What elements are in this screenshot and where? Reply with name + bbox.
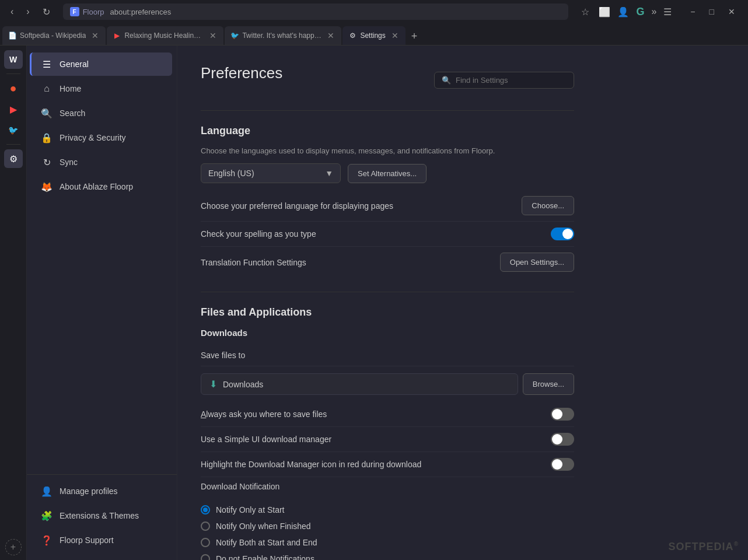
titlebar-controls: ‹ › ↻ (7, 4, 54, 20)
sidebar-item-twitter[interactable]: 🐦 (4, 121, 23, 139)
open-translation-settings-button[interactable]: Open Settings... (500, 253, 574, 272)
support-icon: ❓ (41, 534, 53, 546)
tab-twitter-favicon: 🐦 (230, 32, 239, 40)
sidebar-item-extensions-themes[interactable]: 🧩 Extensions & Themes (32, 504, 172, 527)
sidebar-item-youtube[interactable]: ▶ (4, 100, 23, 118)
files-applications-section: Files and Applications Downloads Save fi… (201, 306, 574, 560)
highlight-toggle[interactable] (551, 458, 574, 471)
minimize-button[interactable]: − (684, 5, 701, 19)
manage-profiles-icon: 👤 (41, 485, 53, 497)
spell-check-toggle[interactable] (551, 228, 574, 240)
maximize-button[interactable]: □ (704, 5, 720, 19)
tab-wikipedia-favicon: 📄 (8, 32, 16, 40)
sidebar-separator-2 (6, 144, 20, 145)
divider-2 (201, 292, 574, 292)
sidebar-label-privacy: Privacy & Security (60, 133, 126, 142)
tab-wikipedia-title: Softpedia - Wikipedia (20, 32, 86, 40)
sidebar-separator-1 (6, 74, 20, 74)
save-files-label: Save files to (201, 351, 245, 360)
browser-name: Floorp (83, 8, 104, 16)
sidebar-label-general: General (60, 60, 89, 69)
more-tabs-icon[interactable]: » (650, 5, 658, 18)
tab-twitter[interactable]: 🐦 Twitter. It's what's happening / ✕ (225, 26, 341, 45)
tab-music[interactable]: ▶ Relaxing Music Healing Stress, ✕ (107, 26, 223, 45)
sidebar-item-word[interactable]: W (4, 50, 23, 69)
sidebar-label-search: Search (60, 108, 85, 118)
preferences-header: Preferences 🔍 (201, 64, 574, 96)
tab-music-close[interactable]: ✕ (208, 32, 218, 40)
simple-ui-toggle[interactable] (551, 433, 574, 446)
highlight-row: Highlight the Download Manager icon in r… (201, 452, 574, 477)
download-notification-title: Download Notification (201, 482, 574, 491)
settings-content-inner: Preferences 🔍 Language Choose the langua… (177, 46, 597, 560)
radio-notify-start-indicator (201, 505, 210, 514)
download-path-field[interactable]: ⬇ Downloads (201, 373, 518, 395)
language-dropdown[interactable]: English (US) ▼ (201, 163, 341, 183)
choose-language-button[interactable]: Choose... (522, 196, 574, 215)
sidebar-label-about: About Ablaze Floorp (60, 182, 133, 191)
sidebar-item-home[interactable]: ⌂ Home (32, 77, 172, 100)
sidebar-item-floorp-support[interactable]: ❓ Floorp Support (32, 528, 172, 552)
sidebar-item-red[interactable]: ● (4, 79, 23, 97)
tab-wikipedia-close[interactable]: ✕ (90, 32, 100, 40)
titlebar: ‹ › ↻ F Floorp about:preferences ☆ ⬜ 👤 G… (0, 0, 748, 23)
download-notification-section: Download Notification Notify Only at Sta… (201, 477, 574, 560)
radio-notify-start-label: Notify Only at Start (216, 505, 284, 514)
sidebar-item-privacy-security[interactable]: 🔒 Privacy & Security (32, 126, 172, 149)
tab-wikipedia[interactable]: 📄 Softpedia - Wikipedia ✕ (2, 26, 106, 45)
sidebar-item-settings[interactable]: ⚙ (4, 149, 23, 168)
sidebar-item-general[interactable]: ☰ General (30, 52, 172, 76)
floorp-favicon: F (70, 7, 79, 16)
radio-notify-none[interactable]: Do not Enable Notifications (201, 551, 574, 560)
browse-button[interactable]: Browse... (523, 373, 574, 395)
tab-settings-favicon: ⚙ (348, 32, 356, 40)
close-button[interactable]: ✕ (722, 5, 741, 19)
always-ask-row: Always ask you where to save files (201, 402, 574, 427)
new-tab-button[interactable]: + (407, 28, 422, 45)
tab-twitter-title: Twitter. It's what's happening / (242, 32, 321, 40)
tab-twitter-close[interactable]: ✕ (326, 32, 335, 40)
about-icon: 🦊 (41, 181, 53, 192)
set-alternatives-button[interactable]: Set Alternatives... (348, 164, 427, 183)
sidebar-item-about[interactable]: 🦊 About Ablaze Floorp (32, 175, 172, 198)
language-section: Language Choose the languages used to di… (201, 125, 574, 278)
radio-notify-both[interactable]: Notify Both at Start and End (201, 534, 574, 551)
address-text: about:preferences (110, 8, 172, 16)
always-ask-toggle[interactable] (551, 408, 574, 421)
app-sidebar: W ● ▶ 🐦 ⚙ + (0, 46, 27, 560)
find-settings-bar[interactable]: 🔍 (434, 72, 574, 89)
settings-sidebar: ☰ General ⌂ Home 🔍 Search 🔒 Privacy & Se… (27, 46, 177, 560)
sidebar-item-search[interactable]: 🔍 Search (32, 102, 172, 125)
highlight-label: Highlight the Download Manager icon in r… (201, 460, 421, 469)
forward-button[interactable]: › (23, 4, 33, 19)
extensions-icon[interactable]: ⬜ (597, 5, 611, 19)
sidebar-item-sync[interactable]: ↻ Sync (32, 150, 172, 174)
toolbar-icons: ⬜ 👤 G » ☰ (597, 5, 673, 19)
radio-notify-both-label: Notify Both at Start and End (216, 538, 317, 547)
language-row: English (US) ▼ Set Alternatives... (201, 163, 574, 183)
menu-icon[interactable]: ☰ (662, 5, 673, 19)
settings-nav-top: ☰ General ⌂ Home 🔍 Search 🔒 Privacy & Se… (27, 52, 177, 200)
find-settings-input[interactable] (456, 76, 567, 85)
extensions-themes-icon: 🧩 (41, 510, 53, 522)
tab-settings-close[interactable]: ✕ (390, 32, 400, 40)
radio-notify-finished[interactable]: Notify Only when Finished (201, 518, 574, 534)
radio-notify-finished-label: Notify Only when Finished (216, 522, 311, 531)
settings-content: Preferences 🔍 Language Choose the langua… (177, 46, 748, 560)
radio-notify-start[interactable]: Notify Only at Start (201, 502, 574, 518)
download-path-row: ⬇ Downloads Browse... (201, 373, 574, 395)
tab-settings[interactable]: ⚙ Settings ✕ (342, 26, 405, 45)
files-section-title: Files and Applications (201, 306, 574, 318)
sidebar-item-manage-profiles[interactable]: 👤 Manage profiles (32, 480, 172, 503)
sidebar-add-button[interactable]: + (5, 539, 22, 555)
spell-check-row: Check your spelling as you type (201, 222, 574, 247)
spell-check-label: Check your spelling as you type (201, 229, 316, 239)
reload-button[interactable]: ↻ (39, 4, 54, 20)
bookmark-button[interactable]: ☆ (578, 5, 593, 19)
back-button[interactable]: ‹ (7, 4, 17, 19)
profile-icon[interactable]: 👤 (616, 5, 630, 19)
radio-notify-both-indicator (201, 538, 210, 547)
translation-label: Translation Function Settings (201, 258, 306, 267)
g-icon[interactable]: G (635, 5, 645, 19)
sidebar-label-sync: Sync (60, 158, 78, 167)
